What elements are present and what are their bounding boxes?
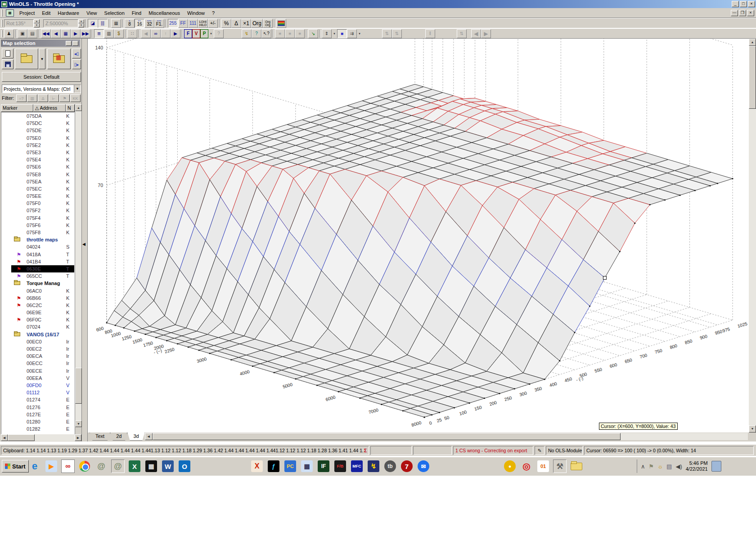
map-row[interactable]: 07024K [1,323,74,330]
toolbar1-grip[interactable] [1,20,3,27]
map-row[interactable]: 075E4K [1,156,74,163]
zoom-spinner[interactable]: ▲▼ [78,19,84,27]
col-order-button[interactable]: ⇉ [347,29,357,38]
chevron-down-icon[interactable]: ▼ [74,85,81,93]
map-wizard-button[interactable]: ∗ [275,29,285,38]
pause-button[interactable]: ‖ [425,29,435,38]
panel-close-button[interactable] [72,41,78,46]
version-values-button[interactable]: V [192,29,200,38]
prev-map-button[interactable]: ◀ [51,29,61,38]
taskbar-calculator-icon[interactable]: ▦ [300,459,314,473]
map-row[interactable]: 075DCK [1,120,74,127]
taskbar-outlook-icon[interactable]: O [178,459,191,473]
tile-windows-button[interactable]: ▤ [27,29,37,38]
map-row[interactable]: 04024S [1,243,74,250]
menu-edit[interactable]: Edit [38,9,54,17]
map-panel-titlebar[interactable]: Map selection [1,40,80,47]
export-button[interactable]: ↘ [308,29,318,38]
map-row[interactable]: 075ECK [1,185,74,192]
clipboard-sum-icon[interactable]: Σ [364,448,367,453]
map-list-hscroll-thumb[interactable] [8,434,35,441]
rotation-field[interactable]: Rot:135° [4,19,34,27]
help-inactive-button[interactable]: ? [214,29,224,38]
display-dec-button[interactable]: 255 [168,19,178,28]
axis-spin-y[interactable]: ⇅ [392,29,402,38]
panel-pin-button[interactable] [66,41,72,46]
filter-button-4[interactable]: ⚑ [59,94,70,102]
factor-button[interactable]: ×1 [241,19,251,28]
search-forward-button[interactable]: ▶ [171,29,180,38]
redo-button[interactable]: ▶ [481,29,491,38]
taskbar-signature-icon[interactable]: ƒ [267,459,280,473]
map-row[interactable]: 01276E [1,404,74,411]
taskbar-wrench-icon[interactable]: ⚒ [553,459,567,473]
map-row[interactable]: 00ECCIr [1,360,74,367]
scroll-up-icon[interactable]: ▲ [75,104,82,111]
factory-values-button[interactable]: F [184,29,192,38]
taskbar-media-player-icon[interactable]: ▶ [45,459,58,473]
width-8-button[interactable]: ▪8 [125,19,135,28]
chevron-up-icon[interactable]: ∧ [641,463,645,470]
taskbar-password-icon[interactable]: ● [503,459,517,473]
filter-button-3[interactable]: i⌐ [49,94,59,102]
checksum-button[interactable]: ↯ [242,29,252,38]
map-row[interactable]: ⚑0630ET [1,265,74,272]
export-file-button[interactable]: ▯▸ [72,59,81,69]
save-project-button[interactable] [2,59,14,69]
map-list-vscroll-thumb[interactable] [75,368,82,404]
taskbar-tunerpro-icon[interactable]: tb [383,459,397,473]
axis-spin-z[interactable]: ⇅ [457,29,467,38]
axis-spin-x[interactable]: ⇅ [382,29,392,38]
map-row[interactable]: 01280E [1,418,74,425]
map-row[interactable]: 075E6K [1,163,74,170]
map-selection-panel-button[interactable]: ≣ [94,29,104,38]
menu-project[interactable]: Project [16,9,38,17]
taskbar-word-icon[interactable]: W [161,459,175,473]
mdi-minimize-button[interactable]: — [731,10,738,16]
map-row[interactable]: ⚑0418AT [1,251,74,258]
filter-button-1[interactable]: ▥ [27,94,37,102]
original-button[interactable]: Org [251,19,263,28]
menu-grip[interactable] [1,9,3,17]
help-button[interactable]: ? [252,29,261,38]
byte-order-button[interactable]: LOHIHILO [198,19,208,28]
map-row[interactable]: 00EC0Ir [1,338,74,345]
window-maximize-button[interactable]: □ [740,1,747,7]
map-row[interactable]: ⚑065CCT [1,272,74,280]
taskbar-thunderbird-icon[interactable]: ✉ [417,459,430,473]
show-desktop-button[interactable] [711,461,721,472]
chart-scroll-up-icon[interactable]: ▲ [749,39,756,46]
search-upload-button[interactable]: ↑ [161,29,171,38]
percent-button[interactable]: % [221,19,231,28]
map-row[interactable]: 075F8K [1,229,74,236]
filter-button-5[interactable]: KK [70,94,81,102]
colors-button[interactable] [276,19,286,28]
map-row[interactable]: 075DEK [1,127,74,134]
map-row[interactable]: 00FD0V [1,382,74,389]
menu-find[interactable]: Find [128,9,145,17]
width-32-button[interactable]: ▪▪▪32 [144,19,154,28]
start-button[interactable]: Start [2,460,29,473]
preview-window-button[interactable]: ▥ [104,29,114,38]
taskbar-excel-icon[interactable]: X [128,459,141,473]
toolbar2-grip[interactable] [1,30,3,37]
display-hex-button[interactable]: FF [178,19,188,28]
chart-vscroll-thumb[interactable] [749,46,756,109]
surface-plot[interactable]: 1407060080010001250150017502000225030004… [88,39,749,433]
values-dropdown[interactable]: ▼ [208,29,214,38]
taskbar-ie-icon[interactable]: e [28,459,41,473]
window-close-button[interactable]: × [748,1,755,7]
map-row[interactable]: 075E2K [1,142,74,149]
mdi-close-button[interactable]: × [747,10,754,16]
tab-scroll-left-icon[interactable]: ◀ [145,433,153,440]
map-row[interactable]: 06AC0K [1,287,74,294]
taskbar-ecm-1-icon[interactable]: @ [94,459,108,473]
map-row[interactable]: 00EEAV [1,375,74,382]
menu-[interactable]: ? [208,9,218,17]
map-row[interactable]: 075F4K [1,214,74,222]
next-map-button[interactable]: ▶ [71,29,81,38]
taskbar-target-icon[interactable]: ◎ [520,459,533,473]
row-order-button[interactable]: ⇕ [322,29,332,38]
map-row[interactable]: 01112V [1,389,74,396]
width-16-button[interactable]: ▪▪16 [135,19,144,28]
